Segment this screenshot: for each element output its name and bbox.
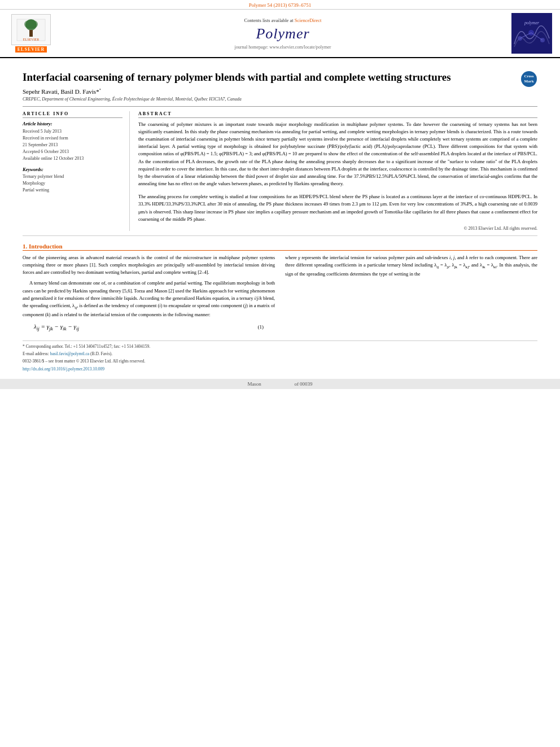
main-content: Interfacial coarsening of ternary polyme…: [0, 58, 560, 379]
citation-text: Polymer 54 (2013) 6739–6751: [249, 2, 312, 8]
journal-logo-right: polymer: [509, 13, 554, 54]
revised-label: Received in revised form: [23, 135, 123, 142]
journal-header: ELSEVIER ELSEVIER Contents lists availab…: [0, 10, 560, 58]
crossmark-icon: Cross Mark: [520, 71, 537, 88]
page-number-text: Mason of 00039: [247, 381, 312, 387]
sciencedirect-link[interactable]: ScienceDirect: [295, 18, 322, 23]
footer-note-2: E-mail address: basil.favis@polymtl.ca (…: [23, 351, 537, 357]
svg-rect-2: [29, 30, 33, 37]
article-authors: Sepehr Ravati, Basil D. Favis**: [23, 88, 515, 95]
svg-text:ELSEVIER: ELSEVIER: [23, 38, 39, 41]
article-info-section: ARTICLE INFO Article history: Received 5…: [23, 107, 537, 236]
abstract-text-1: The coarsening of polymer mixtures is an…: [138, 121, 537, 188]
footer-doi: http://dx.doi.org/10.1016/j.polymer.2013…: [23, 366, 537, 372]
crossmark-badge: Cross Mark: [520, 71, 537, 88]
svg-text:Cross: Cross: [524, 74, 534, 78]
section-title-intro: 1. Introduction: [23, 243, 537, 251]
history-heading: Article history:: [23, 121, 123, 126]
page-number-bar: Mason of 00039: [0, 379, 560, 389]
polymer-journal-logo-icon: polymer: [511, 13, 552, 54]
article-abstract-section: ABSTRACT The coarsening of polymer mixtu…: [138, 111, 537, 231]
journal-homepage: journal homepage: www.elsevier.com/locat…: [235, 45, 331, 50]
email-author-note: (B.D. Favis).: [90, 351, 112, 356]
introduction-section: 1. Introduction One of the pioneering ar…: [23, 243, 537, 336]
intro-para-3: where γ represents the interfacial tensi…: [285, 254, 537, 278]
revised-date: 21 September 2013: [23, 142, 123, 148]
of-page-text: of 00039: [294, 381, 312, 387]
intro-para-1: One of the pioneering areas in advanced …: [23, 254, 275, 277]
copyright-line: © 2013 Elsevier Ltd. All rights reserved…: [138, 226, 537, 231]
intro-para-2: A ternary blend can demonstrate one of, …: [23, 279, 275, 318]
body-two-columns: One of the pioneering areas in advanced …: [23, 254, 537, 336]
abstract-text-2: The annealing process for complete wetti…: [138, 193, 537, 223]
contents-label: Contents lists available at: [244, 18, 294, 23]
body-col-right: where γ represents the interfacial tensi…: [285, 254, 537, 336]
polymer-logo-box: polymer: [511, 13, 552, 54]
keyword-1: Ternary polymer blend: [23, 173, 123, 180]
svg-text:polymer: polymer: [524, 20, 540, 25]
abstract-heading: ABSTRACT: [138, 111, 537, 118]
svg-text:Mark: Mark: [524, 79, 533, 84]
equation-number: (1): [258, 324, 264, 330]
article-title-text: Interfacial coarsening of ternary polyme…: [23, 71, 515, 102]
journal-title: Polymer: [256, 25, 309, 42]
received-date: Received 5 July 2013: [23, 128, 123, 135]
keyword-2: Morphology: [23, 180, 123, 187]
article-title: Interfacial coarsening of ternary polyme…: [23, 71, 515, 85]
article-title-section: Interfacial coarsening of ternary polyme…: [23, 64, 537, 107]
publisher-logo-section: ELSEVIER ELSEVIER: [6, 13, 56, 54]
author-affiliation: CREPEC, Department of Chemical Engineeri…: [23, 97, 515, 102]
svg-point-3: [24, 20, 38, 29]
authors-text: Sepehr Ravati, Basil D. Favis*: [23, 88, 99, 95]
article-info-heading: ARTICLE INFO: [23, 111, 123, 118]
elsevier-tree-icon: ELSEVIER: [14, 16, 48, 43]
article-info-left: ARTICLE INFO Article history: Received 5…: [23, 111, 130, 231]
available-date: Available online 12 October 2013: [23, 155, 123, 162]
keywords-heading: Keywords:: [23, 167, 123, 172]
contents-text: Contents lists available at ScienceDirec…: [244, 18, 322, 23]
doi-link[interactable]: http://dx.doi.org/10.1016/j.polymer.2013…: [23, 366, 104, 372]
equation-1-block: λij = γjk − γik − γij (1): [34, 323, 264, 331]
footer-issn: 0032-3861/$ – see front matter © 2013 El…: [23, 358, 537, 364]
elsevier-wordmark: ELSEVIER: [15, 46, 47, 53]
mason-text: Mason: [247, 381, 261, 387]
keyword-3: Partial wetting: [23, 187, 123, 194]
elsevier-logo: ELSEVIER ELSEVIER: [11, 14, 51, 53]
footer-section: * Corresponding author. Tel.: +1 514 340…: [23, 340, 537, 372]
equation-content: λij = γjk − γik − γij: [34, 323, 79, 331]
journal-info-center: Contents lists available at ScienceDirec…: [62, 13, 504, 54]
accepted-date: Accepted 6 October 2013: [23, 148, 123, 155]
body-col-left: One of the pioneering areas in advanced …: [23, 254, 275, 336]
footer-note-1: * Corresponding author. Tel.: +1 514 340…: [23, 343, 537, 350]
email-link[interactable]: basil.favis@polymtl.ca: [50, 351, 89, 356]
journal-citation: Polymer 54 (2013) 6739–6751: [0, 0, 560, 10]
elsevier-tree-logo: ELSEVIER: [11, 14, 51, 45]
